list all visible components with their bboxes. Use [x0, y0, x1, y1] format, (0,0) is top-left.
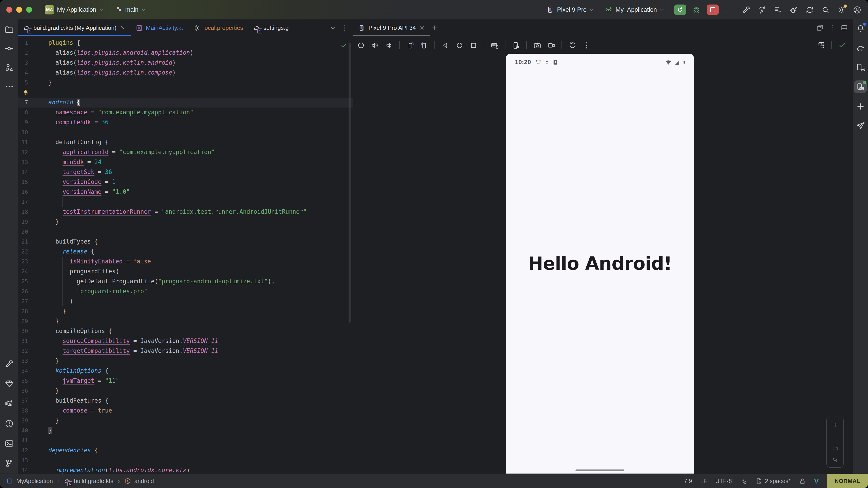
- breadcrumb-item-myapplication[interactable]: MyApplication: [6, 478, 53, 484]
- minimize-window-button[interactable]: [16, 7, 22, 13]
- code-line-5[interactable]: 5}: [18, 78, 352, 88]
- hardware-input-button[interactable]: [489, 39, 500, 51]
- code-line-29[interactable]: 29 }: [18, 316, 352, 326]
- tool-window-terminal[interactable]: [3, 437, 16, 450]
- zoom-ratio-button[interactable]: 1:1: [832, 444, 839, 453]
- code-line-35[interactable]: 35 jvmTarget = "11": [18, 376, 352, 386]
- code-line-3[interactable]: 3 alias(libs.plugins.kotlin.android): [18, 58, 352, 68]
- tool-window-project[interactable]: [3, 23, 16, 36]
- more-run-options-icon[interactable]: [723, 5, 729, 14]
- hide-panel-icon[interactable]: [840, 24, 848, 32]
- stop-button[interactable]: [707, 4, 719, 15]
- code-line-32[interactable]: 32 targetCompatibility = JavaVersion.VER…: [18, 346, 352, 356]
- search-everywhere-button[interactable]: [821, 5, 830, 14]
- code-line-14[interactable]: 14 targetSdk = 36: [18, 167, 352, 177]
- tool-window-app-quality-insights[interactable]: [3, 377, 16, 390]
- code-line-2[interactable]: 2 alias(libs.plugins.android.application…: [18, 48, 352, 58]
- build-button[interactable]: [742, 5, 751, 14]
- code-line-31[interactable]: 31 sourceCompatibility = JavaVersion.VER…: [18, 336, 352, 346]
- tab-pixel-9-pro-api-34[interactable]: Pixel 9 Pro API 34: [353, 20, 430, 36]
- settings-button[interactable]: [837, 5, 846, 14]
- tool-window-structure[interactable]: [3, 61, 16, 74]
- tool-window-app-distribution[interactable]: [854, 119, 867, 132]
- file-encoding[interactable]: UTF-8: [715, 478, 732, 484]
- code-line-28[interactable]: 28 }: [18, 306, 352, 316]
- device-settings-button[interactable]: [510, 39, 522, 51]
- tool-window-build[interactable]: [3, 357, 16, 370]
- attach-debugger-button[interactable]: [789, 5, 798, 14]
- code-line-11[interactable]: 11 defaultConfig {: [18, 137, 352, 147]
- tool-window-device-manager[interactable]: [854, 61, 867, 74]
- tool-window-running-devices[interactable]: [854, 80, 867, 93]
- code-line-42[interactable]: 42dependencies {: [18, 446, 352, 455]
- tool-window-more-tool-windows[interactable]: [3, 80, 16, 93]
- code-line-38[interactable]: 38 compose = true: [18, 406, 352, 416]
- overview-button[interactable]: [467, 39, 479, 51]
- code-line-34[interactable]: 34 kotlinOptions {: [18, 366, 352, 376]
- ideavim-icon[interactable]: V: [814, 477, 819, 485]
- code-line-27[interactable]: 27 ): [18, 296, 352, 306]
- code-line-21[interactable]: 21 buildTypes {: [18, 237, 352, 247]
- vcs-branch-widget[interactable]: main: [115, 6, 146, 13]
- code-line-36[interactable]: 36 }: [18, 386, 352, 396]
- open-in-window-icon[interactable]: [816, 24, 824, 32]
- code-editor[interactable]: 1plugins {2 alias(libs.plugins.android.a…: [18, 37, 353, 474]
- zoom-window-button[interactable]: [26, 7, 32, 13]
- code-line-37[interactable]: 37 buildFeatures {: [18, 396, 352, 406]
- code-line-7[interactable]: 7android {: [18, 98, 352, 107]
- code-line-22[interactable]: 22 release {: [18, 247, 352, 257]
- unlocked-icon[interactable]: [799, 477, 806, 485]
- new-device-tab-button[interactable]: [430, 23, 440, 33]
- rotate-right-button[interactable]: [418, 39, 430, 51]
- volume-up-button[interactable]: [369, 39, 381, 51]
- code-line-6[interactable]: 6: [18, 88, 352, 98]
- code-line-26[interactable]: 26 "proguard-rules.pro": [18, 287, 352, 296]
- reset-button[interactable]: [566, 39, 578, 51]
- editor-tab-settings.g[interactable]: Ksettings.g: [248, 20, 293, 36]
- editor-scrollbar[interactable]: [348, 42, 351, 323]
- code-line-40[interactable]: 40}: [18, 426, 352, 435]
- code-line-1[interactable]: 1plugins {: [18, 38, 352, 48]
- code-line-33[interactable]: 33 }: [18, 356, 352, 366]
- fit-to-window-button[interactable]: [830, 454, 840, 465]
- breadcrumb-item-android[interactable]: android: [124, 478, 154, 484]
- profile-button[interactable]: [852, 5, 862, 14]
- device-selector[interactable]: Pixel 9 Pro: [547, 6, 594, 13]
- editor-tab-build.gradle.kts[interactable]: Kbuild.gradle.kts (My Application): [18, 20, 130, 36]
- more-options-icon[interactable]: [828, 24, 836, 32]
- tool-window-problems[interactable]: [3, 417, 16, 430]
- vim-mode-badge[interactable]: NORMAL: [827, 474, 868, 488]
- tool-window-gemini[interactable]: [854, 100, 867, 112]
- close-tab-icon[interactable]: [419, 25, 425, 31]
- home-button[interactable]: [454, 39, 465, 51]
- close-window-button[interactable]: [6, 7, 12, 13]
- code-line-16[interactable]: 16 versionName = "1.0": [18, 187, 352, 197]
- code-line-15[interactable]: 15 versionCode = 1: [18, 177, 352, 187]
- code-line-17[interactable]: 17: [18, 197, 352, 207]
- rotate-left-button[interactable]: [404, 39, 416, 51]
- code-line-8[interactable]: 8 namespace = "com.example.myapplication…: [18, 107, 352, 118]
- intention-bulb-icon[interactable]: [22, 89, 29, 96]
- cursor-position[interactable]: 7:9: [684, 478, 692, 484]
- editor-tab-mainactivity.kt[interactable]: MainActivity.kt: [130, 20, 188, 36]
- tool-window-version-control[interactable]: [3, 457, 16, 469]
- code-line-13[interactable]: 13 minSdk = 24: [18, 157, 352, 167]
- ai-assistant-disabled-icon[interactable]: [740, 477, 747, 485]
- code-line-10[interactable]: 10: [18, 127, 352, 137]
- zoom-in-button[interactable]: [830, 419, 840, 430]
- gradle-sync-button[interactable]: [805, 5, 814, 14]
- code-line-41[interactable]: 41: [18, 435, 352, 446]
- tool-window-commit[interactable]: [3, 42, 16, 55]
- editor-content[interactable]: 1plugins {2 alias(libs.plugins.android.a…: [18, 37, 352, 474]
- code-line-24[interactable]: 24 proguardFiles(: [18, 267, 352, 276]
- line-separator[interactable]: LF: [700, 478, 707, 484]
- apply-changes-restart-activity-button[interactable]: [758, 5, 767, 14]
- manage-windows-button[interactable]: [815, 39, 827, 51]
- code-line-9[interactable]: 9 compileSdk = 36: [18, 118, 352, 127]
- back-button[interactable]: [439, 39, 451, 51]
- more-options-button[interactable]: [581, 39, 592, 51]
- emulator-screen[interactable]: 10:20 A Hello Android!: [506, 54, 694, 474]
- tool-window-notifications[interactable]: [854, 22, 867, 35]
- apply-code-changes-button[interactable]: [774, 5, 782, 14]
- code-line-39[interactable]: 39 }: [18, 416, 352, 426]
